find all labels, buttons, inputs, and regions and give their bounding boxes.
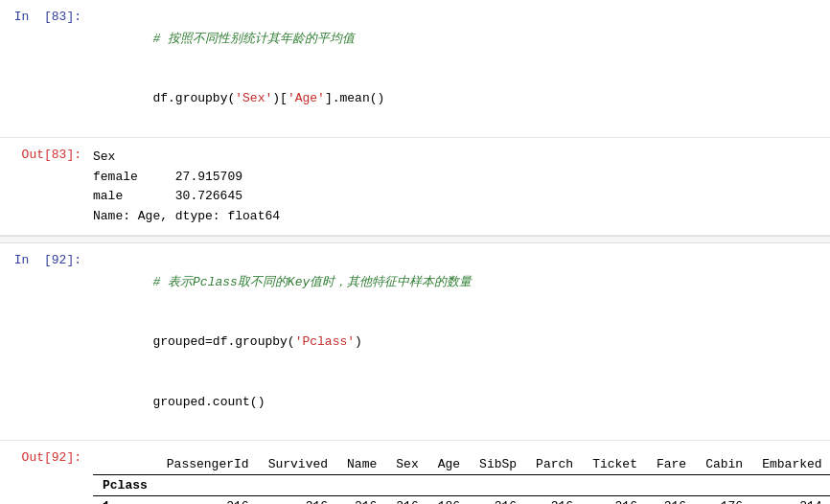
code-line-92-2: grouped=df.groupby('Pclass') bbox=[93, 312, 830, 372]
code-line-92-3: grouped.count() bbox=[93, 373, 830, 432]
table-pclass-label: Pclass bbox=[93, 475, 157, 496]
cell-label-in-83: In [83]: bbox=[0, 8, 91, 129]
notebook: In [83]: # 按照不同性别统计其年龄的平均值 df.groupby('S… bbox=[0, 0, 830, 504]
table-row-1-age: 186 bbox=[428, 496, 470, 504]
comment-text-92: # 表示Pclass取不同的Key值时，其他特征中样本的数量 bbox=[152, 275, 472, 289]
cell-content-out-92: PassengerId Survived Name Sex Age SibSp … bbox=[91, 448, 830, 504]
table-header-name: Name bbox=[337, 454, 386, 475]
table-row-1-embarked: 214 bbox=[752, 496, 830, 504]
output-text-83: Sex female 27.915709 male 30.726645 Name… bbox=[93, 148, 830, 227]
code-line-83-2: df.groupby('Sex')['Age'].mean() bbox=[93, 69, 830, 128]
cell-in-83: In [83]: # 按照不同性别统计其年龄的平均值 df.groupby('S… bbox=[0, 0, 830, 138]
table-header-index bbox=[93, 454, 157, 475]
table-row-1-index: 1 bbox=[93, 496, 157, 504]
cell-out-92: Out[92]: PassengerId Survived Name Sex A… bbox=[0, 441, 830, 504]
cell-label-in-92: In [92]: bbox=[0, 251, 91, 432]
table-header-age: Age bbox=[428, 454, 470, 475]
table-header-sex: Sex bbox=[386, 454, 427, 475]
cell-label-out-92: Out[92]: bbox=[0, 448, 91, 465]
table-row-1-cabin: 176 bbox=[696, 496, 752, 504]
table-row-1-parch: 216 bbox=[526, 496, 583, 504]
data-table-92: PassengerId Survived Name Sex Age SibSp … bbox=[93, 454, 830, 504]
table-header-parch: Parch bbox=[526, 454, 583, 475]
table-row-1: 1 216 216 216 216 186 216 216 216 216 17… bbox=[93, 496, 830, 504]
cell-content-in-83: # 按照不同性别统计其年龄的平均值 df.groupby('Sex')['Age… bbox=[91, 8, 830, 129]
comment-text-83: # 按照不同性别统计其年龄的平均值 bbox=[152, 32, 355, 46]
table-row-1-fare: 216 bbox=[647, 496, 696, 504]
table-header-sibsp: SibSp bbox=[470, 454, 526, 475]
cell-label-out-83: Out[83]: bbox=[0, 146, 91, 227]
cell-in-92: In [92]: # 表示Pclass取不同的Key值时，其他特征中样本的数量 … bbox=[0, 243, 830, 441]
table-header-survived: Survived bbox=[259, 454, 337, 475]
cell-separator-1 bbox=[0, 236, 830, 243]
table-row-1-survived: 216 bbox=[259, 496, 337, 504]
table-row-1-ticket: 216 bbox=[583, 496, 647, 504]
cell-content-out-83: Sex female 27.915709 male 30.726645 Name… bbox=[91, 146, 830, 227]
table-header-embarked: Embarked bbox=[752, 454, 830, 475]
table-header-fare: Fare bbox=[647, 454, 696, 475]
code-comment-83: # 按照不同性别统计其年龄的平均值 bbox=[93, 10, 830, 69]
cell-out-83: Out[83]: Sex female 27.915709 male 30.72… bbox=[0, 138, 830, 236]
table-header-passengerid: PassengerId bbox=[157, 454, 259, 475]
table-header-cabin: Cabin bbox=[696, 454, 752, 475]
code-comment-92: # 表示Pclass取不同的Key值时，其他特征中样本的数量 bbox=[93, 253, 830, 312]
cell-content-in-92: # 表示Pclass取不同的Key值时，其他特征中样本的数量 grouped=d… bbox=[91, 251, 830, 432]
table-row-1-sibsp: 216 bbox=[470, 496, 526, 504]
table-row-1-name: 216 bbox=[337, 496, 386, 504]
table-row-1-sex: 216 bbox=[386, 496, 427, 504]
table-row-1-passengerid: 216 bbox=[157, 496, 259, 504]
table-header-ticket: Ticket bbox=[583, 454, 647, 475]
